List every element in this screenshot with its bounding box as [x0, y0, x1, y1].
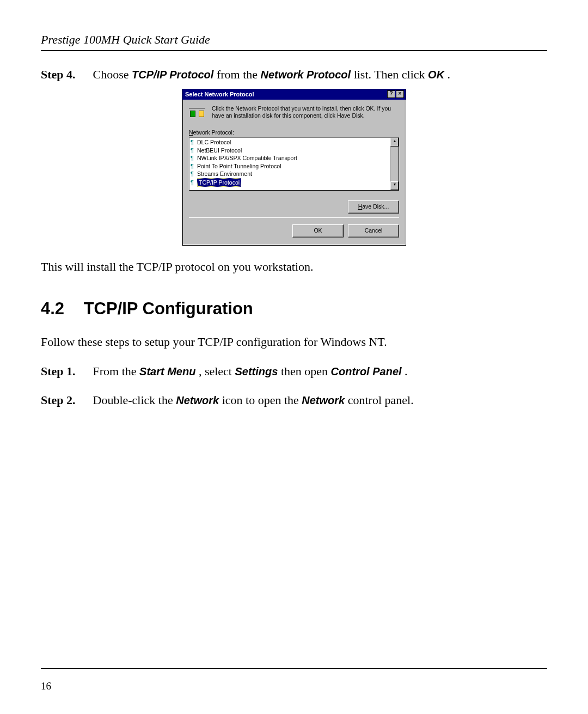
- bold-tcpip: TCP/IP Protocol: [132, 69, 213, 81]
- step-1-label: Step 1.: [41, 363, 90, 380]
- footer-rule: [41, 668, 547, 669]
- protocol-icon: ¶: [191, 170, 197, 178]
- list-item[interactable]: ¶DLC Protocol: [191, 138, 389, 147]
- list-item[interactable]: ¶NetBEUI Protocol: [191, 147, 389, 155]
- scroll-down-icon[interactable]: ▾: [390, 181, 399, 190]
- select-network-protocol-dialog: Select Network Protocol ? × Click the Ne…: [182, 89, 406, 246]
- bold-network-1: Network: [176, 394, 219, 406]
- protocol-listbox[interactable]: ¶DLC Protocol ¶NetBEUI Protocol ¶NWLink …: [189, 137, 399, 191]
- list-label: Network Protocol:: [189, 129, 399, 136]
- step-1-body: From the Start Menu , select Settings th…: [93, 363, 540, 380]
- bold-network-2: Network: [302, 394, 345, 406]
- protocol-icon: ¶: [191, 163, 197, 170]
- section-intro: Follow these steps to setup your TCP/IP …: [41, 335, 547, 349]
- dialog-titlebar: Select Network Protocol ? ×: [182, 89, 406, 100]
- step-4: Step 4. Choose TCP/IP Protocol from the …: [41, 66, 547, 83]
- close-icon[interactable]: ×: [396, 90, 404, 98]
- page-number: 16: [41, 680, 51, 692]
- post-dialog-text: This will install the TCP/IP protocol on…: [41, 260, 547, 274]
- list-item[interactable]: ¶Point To Point Tunneling Protocol: [191, 162, 389, 170]
- scrollbar[interactable]: ▴ ▾: [390, 138, 399, 190]
- protocol-icon: ¶: [191, 147, 197, 155]
- section-heading: 4.2 TCP/IP Configuration: [41, 299, 547, 319]
- network-protocol-icon: [189, 105, 205, 118]
- section-title-text: TCP/IP Configuration: [84, 299, 253, 318]
- step-2-body: Double-click the Network icon to open th…: [93, 392, 540, 409]
- step-2-label: Step 2.: [41, 392, 90, 409]
- help-icon[interactable]: ?: [387, 90, 395, 98]
- bold-start-menu: Start Menu: [139, 365, 195, 377]
- header-rule: [41, 50, 547, 51]
- step-2: Step 2. Double-click the Network icon to…: [41, 392, 547, 409]
- step-1: Step 1. From the Start Menu , select Set…: [41, 363, 547, 380]
- scroll-up-icon[interactable]: ▴: [390, 138, 399, 147]
- dialog-instruction: Click the Network Protocol that you want…: [212, 105, 399, 119]
- bold-ok: OK: [428, 69, 444, 81]
- protocol-icon: ¶: [191, 139, 197, 147]
- protocol-icon: ¶: [191, 155, 197, 162]
- bold-settings: Settings: [235, 365, 278, 377]
- have-disk-button[interactable]: Have Disk...: [348, 200, 399, 213]
- ok-button[interactable]: OK: [292, 224, 344, 237]
- step-4-body: Choose TCP/IP Protocol from the Network …: [93, 66, 540, 83]
- list-item[interactable]: ¶Streams Environment: [191, 170, 389, 178]
- protocol-icon: ¶: [191, 179, 197, 187]
- separator: [189, 217, 399, 218]
- section-number: 4.2: [41, 299, 79, 319]
- bold-network-protocol: Network Protocol: [261, 69, 351, 81]
- dialog-title: Select Network Protocol: [185, 91, 254, 97]
- bold-control-panel: Control Panel: [331, 365, 402, 377]
- list-item[interactable]: ¶NWLink IPX/SPX Compatible Transport: [191, 154, 389, 162]
- page-header: Prestige 100MH Quick Start Guide: [41, 33, 547, 47]
- list-item-selected[interactable]: ¶TCP/IP Protocol: [191, 178, 389, 187]
- step-4-label: Step 4.: [41, 66, 90, 83]
- cancel-button[interactable]: Cancel: [348, 224, 399, 237]
